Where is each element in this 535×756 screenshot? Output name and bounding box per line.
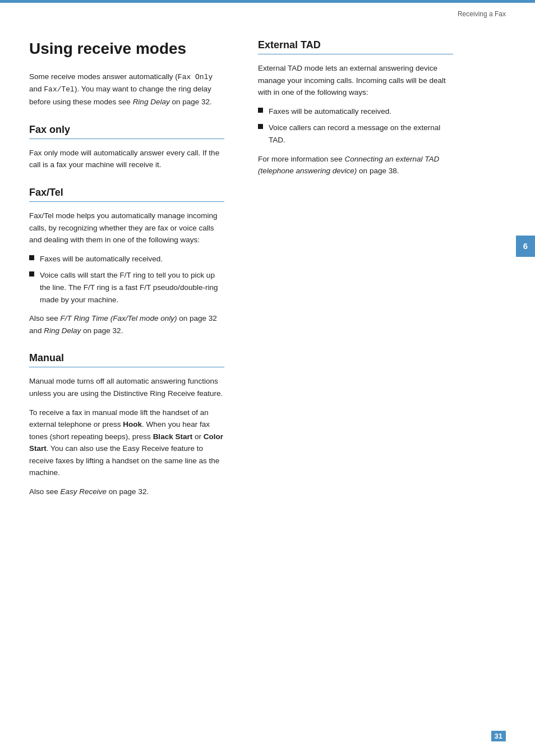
hook-text: Hook <box>123 420 142 428</box>
list-item: Faxes will be automatically received. <box>29 253 224 265</box>
bullet-icon <box>258 108 263 113</box>
main-title: Using receive modes <box>29 39 224 58</box>
section-external-tad: External TAD External TAD mode lets an e… <box>258 39 453 177</box>
external-tad-body: External TAD mode lets an external answe… <box>258 62 453 99</box>
section-fax-tel: Fax/Tel Fax/Tel mode helps you automatic… <box>29 187 224 336</box>
bullet-text: Voice callers can record a message on th… <box>269 122 453 146</box>
fax-tel-body: Fax/Tel mode helps you automatically man… <box>29 210 224 246</box>
bullet-text: Faxes will be automatically received. <box>40 253 163 265</box>
bullet-icon <box>258 124 263 129</box>
list-item: Faxes will be automatically received. <box>258 105 453 118</box>
page-header: Receiving a Fax <box>458 10 506 18</box>
list-item: Voice callers can record a message on th… <box>258 122 453 146</box>
ft-ring-time-link: F/T Ring Time (Fax/Tel mode only) <box>61 314 177 322</box>
connecting-tad-link: Connecting an external TAD (telephone an… <box>258 155 439 176</box>
list-item: Voice calls will start the F/T ring to t… <box>29 269 224 306</box>
black-start-text: Black Start <box>153 432 193 441</box>
fax-only-body: Fax only mode will automatically answer … <box>29 147 224 171</box>
manual-body1: Manual mode turns off all automatic answ… <box>29 375 224 399</box>
manual-also: Also see Easy Receive on page 32. <box>29 486 224 498</box>
ring-delay-link: Ring Delay <box>133 98 170 106</box>
manual-body2: To receive a fax in manual mode lift the… <box>29 407 224 480</box>
fax-tel-title: Fax/Tel <box>29 187 224 202</box>
color-start-text: Color Start <box>29 432 223 453</box>
easy-receive-link: Easy Receive <box>61 487 107 496</box>
manual-title: Manual <box>29 352 224 367</box>
fax-tel-also: Also see F/T Ring Time (Fax/Tel mode onl… <box>29 312 224 336</box>
bullet-text: Faxes will be automatically received. <box>269 105 391 118</box>
inline-code-faxtel: Fax/Tel <box>44 85 75 94</box>
header-text: Receiving a Fax <box>458 10 506 18</box>
ring-delay-link2: Ring Delay <box>44 326 81 335</box>
bullet-icon <box>29 271 34 276</box>
right-column: External TAD External TAD mode lets an e… <box>241 28 482 756</box>
left-column: Using receive modes Some receive modes a… <box>0 28 241 756</box>
inline-code-faxonly: Fax Only <box>178 73 213 81</box>
external-tad-title: External TAD <box>258 39 453 54</box>
bullet-icon <box>29 255 34 260</box>
bullet-text: Voice calls will start the F/T ring to t… <box>40 269 224 306</box>
intro-paragraph: Some receive modes answer automatically … <box>29 71 224 108</box>
content-wrapper: Using receive modes Some receive modes a… <box>0 28 535 756</box>
external-tad-also: For more information see Connecting an e… <box>258 153 453 177</box>
top-bar <box>0 0 535 3</box>
external-tad-bullets: Faxes will be automatically received. Vo… <box>258 105 453 146</box>
page-number-badge: 31 <box>491 731 506 741</box>
page-number-area: 31 <box>491 732 506 740</box>
section-fax-only: Fax only Fax only mode will automaticall… <box>29 124 224 171</box>
fax-only-title: Fax only <box>29 124 224 139</box>
fax-tel-bullets: Faxes will be automatically received. Vo… <box>29 253 224 306</box>
section-manual: Manual Manual mode turns off all automat… <box>29 352 224 497</box>
